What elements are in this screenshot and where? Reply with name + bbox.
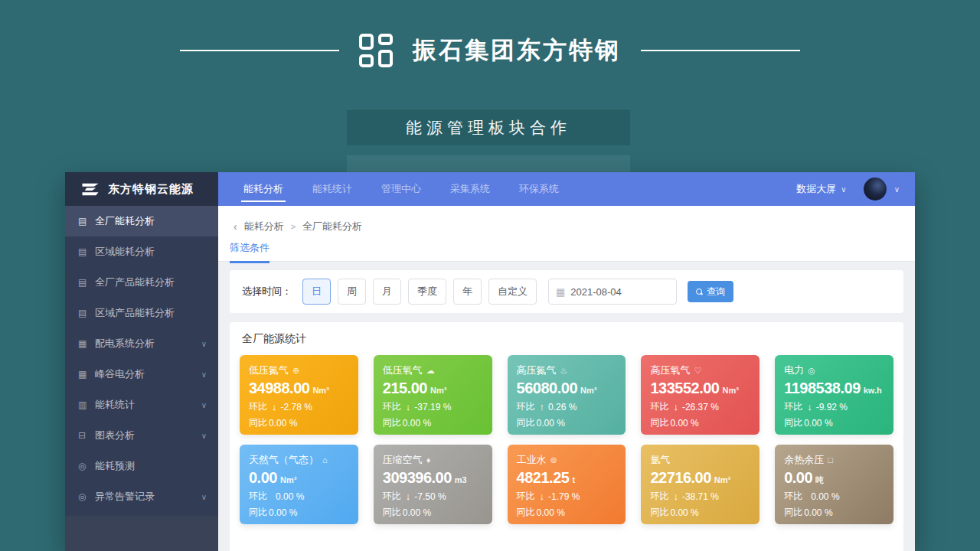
top-nav-items: 能耗分析 能耗统计 管理中心 采集系统 环保系统 [218,172,573,206]
stat-card-natural-gas: 天然气（气态）⌂ 0.00Nm³ 环比0.00 % 同比0.00 % [240,445,358,524]
sidebar-item-chart-analysis[interactable]: ⊟ 图表分析 ∨ [65,420,218,451]
sidebar-item-abnormal-alarm-records[interactable]: ◎ 异常告警记录 ∨ [65,481,218,512]
panel-icon: ▤ [78,308,95,318]
unit-label: Nm³ [280,475,296,484]
page-header-section: ‹ 能耗分析 > 全厂能耗分析 筛选条件 [218,206,915,262]
banner-subtitle-partial-box [347,155,630,172]
data-screen-dropdown[interactable]: 数据大屏 ∨ [796,182,846,196]
unit-label: Nm³ [714,475,730,484]
sidebar-item-plant-energy-analysis[interactable]: ▤ 全厂能耗分析 [65,206,218,236]
chevron-down-icon: ∨ [201,493,207,501]
sidebar-item-energy-statistics[interactable]: ▥ 能耗统计 ∨ [65,390,218,420]
stat-card-high-pressure-oxygen: 高压氧气♡ 133552.00Nm³ 环比↓-26.37 % 同比0.00 % [641,355,760,435]
trend-down-icon: ↓ [673,401,678,412]
unit-label: 吨 [815,475,824,484]
search-icon [696,289,703,295]
nav-item-energy-analysis[interactable]: 能耗分析 [229,172,298,206]
time-option-quarter[interactable]: 季度 [408,279,446,305]
nav-item-management-center[interactable]: 管理中心 [367,172,436,206]
search-icon: ◎ [78,461,95,471]
home-icon: ⌂ [322,455,328,465]
sidebar-item-peak-valley-analysis[interactable]: ▦ 峰谷电分析 ∨ [65,359,218,390]
unit-label: Nm³ [312,386,328,395]
unit-label: Nm³ [580,386,596,395]
time-option-month[interactable]: 月 [373,279,401,305]
droplet-icon: ♦ [426,455,431,465]
unit-label: m3 [455,475,467,484]
banner-subtitle: 能源管理板块合作 [347,109,630,145]
cloud-icon: ☁ [426,366,435,376]
stats-cards-grid: 低压氮气⊕ 34988.00Nm³ 环比↓-2.78 % 同比0.00 % 低压… [230,346,903,524]
time-option-day[interactable]: 日 [302,279,331,305]
nav-item-collection-system[interactable]: 采集系统 [436,172,505,206]
breadcrumb-item-energy-analysis[interactable]: 能耗分析 [244,220,284,233]
time-option-custom[interactable]: 自定义 [488,279,537,305]
time-option-week[interactable]: 周 [338,279,366,305]
back-icon[interactable]: ‹ [234,220,237,233]
trend-down-icon: ↓ [406,401,411,412]
breadcrumb: ‹ 能耗分析 > 全厂能耗分析 [234,220,362,233]
search-icon: ◎ [78,491,95,502]
trend-down-icon: ↓ [406,491,411,502]
filter-panel: 选择时间： 日 周 月 季度 年 自定义 ▦ 查询 [230,270,903,313]
unit-label: Nm³ [430,386,446,395]
app-logo[interactable]: 东方特钢云能源 [65,172,218,206]
time-select-label: 选择时间： [242,285,292,298]
sidebar-item-region-energy-analysis[interactable]: ▤ 区域能耗分析 [65,236,218,267]
water-icon: ⊚ [550,455,557,465]
nav-right-area: 数据大屏 ∨ ∨ [796,172,915,206]
stat-card-electric-power: 电力◎ 1198538.09kw.h 环比↓-9.92 % 同比0.00 % [775,355,893,435]
unit-label: t [572,475,575,484]
nav-item-environment-system[interactable]: 环保系统 [505,172,573,206]
sidebar-item-energy-forecast[interactable]: ◎ 能耗预测 [65,451,218,481]
panel-icon: ▤ [78,216,95,227]
date-picker[interactable]: ▦ [548,279,677,305]
stat-card-low-pressure-oxygen: 低压氧气☁ 215.00Nm³ 环比↓-37.19 % 同比0.00 % [374,355,492,435]
date-input[interactable] [570,286,655,298]
main-content: ‹ 能耗分析 > 全厂能耗分析 筛选条件 选择时间： 日 周 月 季度 年 自定… [218,206,915,551]
query-button[interactable]: 查询 [688,281,733,302]
sidebar-item-region-product-energy-analysis[interactable]: ▤ 区域产品能耗分析 [65,298,218,328]
stat-card-industrial-water: 工业水⊚ 4821.25t 环比↓-1.79 % 同比0.00 % [508,445,626,524]
chevron-down-icon: ∨ [201,432,207,440]
sidebar-item-plant-product-energy-analysis[interactable]: ▤ 全厂产品能耗分析 [65,267,218,298]
report-icon: ▥ [78,399,95,410]
user-menu-chevron-down-icon[interactable]: ∨ [894,185,900,194]
banner-title: 振石集团东方特钢 [413,34,621,67]
company-logo-icon [359,34,393,67]
stat-card-high-pressure-nitrogen: 高压氮气♨ 56080.00Nm³ 环比↑0.26 % 同比0.00 % [508,355,626,435]
decorative-line-right [641,50,800,51]
unit-label: kw.h [864,386,882,395]
breadcrumb-item-plant-energy-analysis: 全厂能耗分析 [302,220,362,233]
trend-down-icon: ↓ [807,401,812,412]
chevron-down-icon: ∨ [201,401,207,409]
panel-icon: ▤ [78,246,95,257]
dashboard-window: 东方特钢云能源 能耗分析 能耗统计 管理中心 采集系统 环保系统 [65,172,915,551]
nav-item-energy-statistics[interactable]: 能耗统计 [298,172,367,206]
banner: 振石集团东方特钢 [0,34,980,67]
page: 振石集团东方特钢 能源管理板块合作 东方特钢云能源 能耗分析 [0,0,980,551]
calendar-icon: ▦ [556,286,565,298]
square-icon: □ [828,455,833,465]
app-logo-text: 东方特钢云能源 [108,182,194,197]
chevron-down-icon: ∨ [201,340,207,348]
sidebar-footer [65,516,218,551]
user-avatar[interactable] [864,178,887,201]
meter-icon: ◎ [808,366,815,376]
trend-down-icon: ↓ [540,491,545,502]
z-logo-icon [80,183,100,196]
time-option-year[interactable]: 年 [453,279,482,305]
stat-card-waste-heat-pressure: 余热余压□ 0.00吨 环比0.00 % 同比0.00 % [775,445,893,524]
unit-label: Nm³ [722,386,738,395]
steam-icon: ♨ [560,366,568,376]
gas-icon: ⊕ [292,366,299,376]
top-nav-bar: 东方特钢云能源 能耗分析 能耗统计 管理中心 采集系统 环保系统 [65,172,915,206]
stat-card-low-pressure-nitrogen: 低压氮气⊕ 34988.00Nm³ 环比↓-2.78 % 同比0.00 % [240,355,358,435]
sidebar-item-power-distribution-analysis[interactable]: ▦ 配电系统分析 ∨ [65,328,218,359]
stat-card-argon: 氩气 22716.00Nm³ 环比↓-38.71 % 同比0.00 % [641,445,760,524]
tab-filter-conditions[interactable]: 筛选条件 [230,241,270,263]
grid-icon: ▦ [78,369,95,380]
decorative-line-left [180,50,339,51]
stat-card-compressed-air: 压缩空气♦ 309396.00m3 环比↓-7.50 % 同比0.00 % [374,445,492,524]
active-tab-underline [241,201,286,202]
